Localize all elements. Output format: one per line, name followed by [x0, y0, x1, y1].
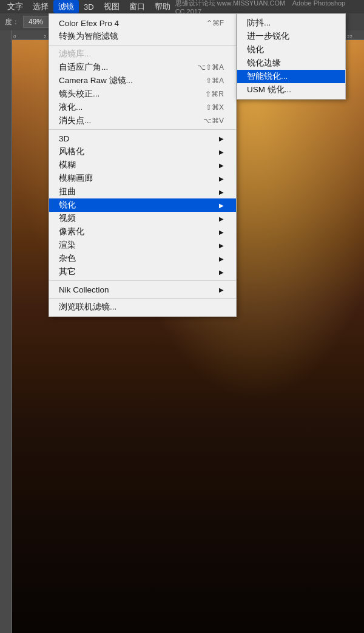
submenu-item-smart-sharpen-label: 智能锐化... — [247, 71, 288, 82]
menu-item-filter-bank[interactable]: 滤镜库... — [49, 47, 236, 61]
menu-item-liquify[interactable]: 液化... ⇧⌘X — [49, 101, 236, 114]
submenu-arrow-distort: ▶ — [219, 189, 224, 195]
menubar-item-3d[interactable]: 3D — [79, 1, 99, 13]
svg-text:2: 2 — [44, 34, 47, 39]
menu-item-blur[interactable]: 模糊 ▶ — [49, 158, 236, 172]
menu-item-browse-filters[interactable]: 浏览联机滤镜... — [49, 300, 236, 314]
menu-item-pixelate-label: 像素化 — [59, 226, 84, 237]
menu-item-render-label: 渲染 — [59, 240, 76, 251]
menu-item-sharpen[interactable]: 锐化 ▶ — [49, 198, 236, 212]
svg-text:0: 0 — [13, 34, 16, 39]
separator-2 — [49, 129, 236, 130]
svg-rect-14 — [0, 30, 12, 633]
menu-item-blur-gallery-label: 模糊画廊 — [59, 173, 93, 184]
menu-item-color-efex[interactable]: Color Efex Pro 4 ⌃⌘F — [49, 16, 236, 30]
menu-item-smart-filter[interactable]: 转换为智能滤镜 — [49, 30, 236, 43]
submenu-arrow-blur: ▶ — [219, 162, 224, 169]
menu-item-vanishing-pt-label: 消失点... — [59, 115, 91, 126]
menu-item-noise-label: 杂色 — [59, 253, 76, 264]
svg-text:22: 22 — [347, 34, 352, 39]
submenu-arrow-render: ▶ — [219, 242, 224, 249]
submenu-arrow-sharpen: ▶ — [219, 202, 224, 209]
menu-item-pixelate[interactable]: 像素化 ▶ — [49, 225, 236, 239]
submenu-arrow-3d: ▶ — [219, 135, 224, 142]
menu-item-camera-raw-shortcut: ⇧⌘A — [206, 76, 224, 85]
toolbar-degree-label: 度： — [5, 17, 19, 27]
submenu-item-shake-reduce[interactable]: 防抖... — [237, 16, 345, 30]
menubar-item-chuangkou[interactable]: 窗口 — [124, 0, 150, 13]
submenu-arrow-blur-gallery: ▶ — [219, 175, 224, 182]
menu-item-camera-raw[interactable]: Camera Raw 滤镜... ⇧⌘A — [49, 74, 236, 87]
submenu-arrow-nik: ▶ — [219, 286, 224, 293]
menu-item-stylize-label: 风格化 — [59, 146, 84, 157]
submenu-item-sharpen-more[interactable]: 进一步锐化 — [237, 30, 345, 43]
submenu-item-usm-sharpen-label: USM 锐化... — [247, 84, 291, 95]
menu-item-stylize[interactable]: 风格化 ▶ — [49, 145, 236, 158]
menu-item-browse-filters-label: 浏览联机滤镜... — [59, 302, 116, 313]
app-title-bar: 思缘设计论坛 www.MISSYUAN.COM Adobe Photoshop … — [175, 0, 362, 15]
menu-item-liquify-label: 液化... — [59, 102, 83, 113]
menubar-item-shitu[interactable]: 视图 — [99, 0, 124, 13]
filter-dropdown-menu: Color Efex Pro 4 ⌃⌘F 转换为智能滤镜 滤镜库... 自适应广… — [49, 13, 237, 317]
submenu-item-sharpen-edges[interactable]: 锐化边缘 — [237, 56, 345, 70]
menu-item-lens-correct-label: 镜头校正... — [59, 89, 99, 100]
menu-item-other[interactable]: 其它 ▶ — [49, 265, 236, 279]
menubar: 文字 选择 滤镜 3D 视图 窗口 帮助 思缘设计论坛 www.MISSYUAN… — [0, 0, 364, 13]
menu-item-adaptive-wide-shortcut: ⌥⇧⌘A — [197, 63, 224, 72]
menu-item-color-efex-label: Color Efex Pro 4 — [59, 19, 119, 28]
menu-item-noise[interactable]: 杂色 ▶ — [49, 252, 236, 265]
menu-item-video[interactable]: 视频 ▶ — [49, 212, 236, 225]
menu-item-blur-label: 模糊 — [59, 160, 76, 171]
menu-item-color-efex-shortcut: ⌃⌘F — [206, 19, 224, 27]
submenu-item-sharpen-basic-label: 锐化 — [247, 44, 264, 55]
menu-item-sharpen-label: 锐化 — [59, 200, 76, 211]
submenu-arrow-pixelate: ▶ — [219, 229, 224, 235]
menu-item-nik-collection[interactable]: Nik Collection ▶ — [49, 283, 236, 296]
menu-item-adaptive-wide-label: 自适应广角... — [59, 62, 108, 73]
separator-4 — [49, 298, 236, 299]
menu-item-filter-bank-label: 滤镜库... — [59, 49, 91, 59]
menu-item-lens-correct-shortcut: ⇧⌘R — [205, 90, 224, 98]
menu-item-vanishing-pt-shortcut: ⌥⌘V — [203, 117, 224, 125]
menu-item-vanishing-pt[interactable]: 消失点... ⌥⌘V — [49, 114, 236, 127]
ruler-vertical — [0, 30, 12, 633]
watermark: 思缘设计论坛 www.MISSYUAN.COM — [175, 0, 286, 7]
submenu-item-sharpen-more-label: 进一步锐化 — [247, 31, 289, 42]
menu-item-lens-correct[interactable]: 镜头校正... ⇧⌘R — [49, 87, 236, 101]
submenu-item-usm-sharpen[interactable]: USM 锐化... — [237, 83, 345, 96]
menu-item-distort-label: 扭曲 — [59, 186, 76, 197]
menu-item-3d[interactable]: 3D ▶ — [49, 132, 236, 145]
menu-item-blur-gallery[interactable]: 模糊画廊 ▶ — [49, 172, 236, 185]
menubar-item-lvjing[interactable]: 滤镜 — [53, 0, 79, 13]
menubar-item-xuanze[interactable]: 选择 — [28, 0, 53, 13]
menu-item-smart-filter-label: 转换为智能滤镜 — [59, 31, 118, 42]
separator-1 — [49, 45, 236, 46]
submenu-item-smart-sharpen[interactable]: 智能锐化... — [237, 70, 345, 83]
menubar-item-bangzhu[interactable]: 帮助 — [150, 0, 175, 13]
submenu-arrow-noise: ▶ — [219, 256, 224, 262]
submenu-item-sharpen-basic[interactable]: 锐化 — [237, 43, 345, 56]
menu-item-other-label: 其它 — [59, 266, 76, 277]
menu-item-render[interactable]: 渲染 ▶ — [49, 239, 236, 252]
submenu-arrow-other: ▶ — [219, 269, 224, 276]
submenu-arrow-video: ▶ — [219, 215, 224, 222]
menu-item-video-label: 视频 — [59, 213, 76, 224]
separator-3 — [49, 280, 236, 281]
submenu-arrow-stylize: ▶ — [219, 149, 224, 155]
menu-item-camera-raw-label: Camera Raw 滤镜... — [59, 75, 133, 86]
menu-item-nik-collection-label: Nik Collection — [59, 285, 109, 294]
submenu-item-shake-reduce-label: 防抖... — [247, 18, 271, 29]
submenu-item-sharpen-edges-label: 锐化边缘 — [247, 58, 281, 69]
menu-item-distort[interactable]: 扭曲 ▶ — [49, 185, 236, 198]
menubar-item-wenzi[interactable]: 文字 — [2, 0, 28, 13]
sharpen-submenu: 防抖... 进一步锐化 锐化 锐化边缘 智能锐化... USM 锐化... — [237, 13, 346, 100]
menu-item-adaptive-wide[interactable]: 自适应广角... ⌥⇧⌘A — [49, 61, 236, 74]
menu-item-3d-label: 3D — [59, 134, 69, 143]
menu-item-liquify-shortcut: ⇧⌘X — [206, 103, 224, 112]
